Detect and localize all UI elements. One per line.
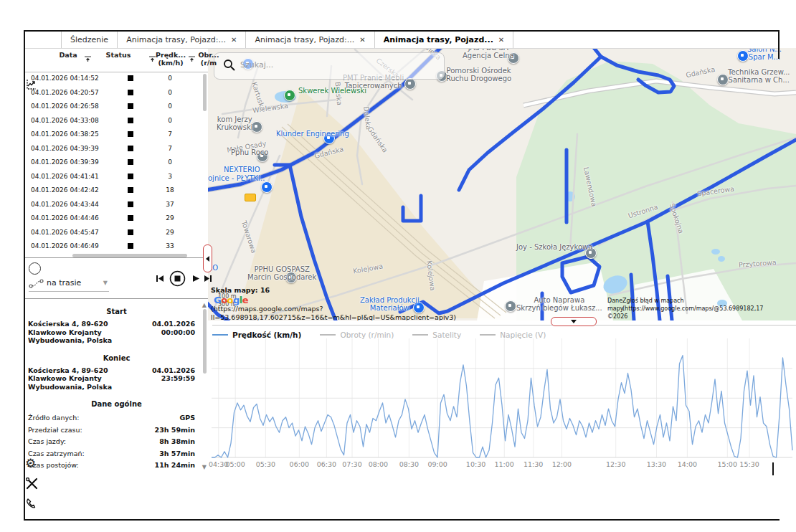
- skip-end-button[interactable]: [203, 274, 212, 283]
- chart-row-icon[interactable]: [25, 79, 37, 90]
- speed-cell: 37: [154, 201, 186, 208]
- settings-gear-icon[interactable]: ⚙: [25, 456, 36, 470]
- table-row[interactable]: 04.01.2026 04:38:257: [25, 128, 208, 142]
- tab-1[interactable]: Animacja trasy, Pojazd:...✕: [118, 32, 246, 48]
- speed-cell: 0: [154, 117, 186, 124]
- speed-cell: 29: [154, 229, 186, 236]
- route-mode-label: na trasie: [47, 278, 81, 288]
- stop-button[interactable]: [169, 270, 186, 287]
- timestamp-cell: 04.01.2026 04:14:52: [31, 75, 99, 82]
- map-url-line1: (https://maps.google.com/maps?: [211, 305, 323, 313]
- skip-start-button[interactable]: [156, 274, 165, 283]
- table-row[interactable]: 04.01.2026 04:20:570: [25, 86, 208, 100]
- table-body: 04.01.2026 04:14:52004.01.2026 04:20:570…: [25, 72, 208, 253]
- details-scroll-up-icon[interactable]: ▲: [202, 302, 207, 308]
- poi-label: ojnice - PŁYTKI..: [208, 174, 265, 182]
- poi-label: Technika Grzew... Sanitarna w Ch...: [728, 68, 790, 84]
- map-pin-green[interactable]: [284, 90, 295, 101]
- timestamp-cell: 04.01.2026 04:39:39: [31, 158, 99, 166]
- poi-label: NEXTERIO: [224, 166, 260, 174]
- details-scroll-down-icon[interactable]: ▼: [202, 464, 207, 470]
- close-icon[interactable]: ✕: [359, 36, 365, 44]
- stat-value: GPS: [179, 414, 195, 422]
- timestamp-cell: 04.01.2026 04:38:25: [31, 130, 99, 138]
- speed-cell: 7: [154, 145, 186, 152]
- close-icon[interactable]: ✕: [498, 36, 504, 44]
- speed-chart[interactable]: [208, 338, 796, 460]
- tab-0[interactable]: Śledzenie: [61, 32, 118, 48]
- legend-swatch: [412, 334, 428, 336]
- status-icon: [128, 75, 133, 81]
- phone-icon[interactable]: [26, 498, 37, 509]
- map-report-link[interactable]: Zgłoś błąd w mapach (https://www.google.…: [622, 297, 795, 313]
- address-datetime: 04.01.2026 23:59:59: [152, 366, 195, 383]
- attribution-line: mapy: [607, 305, 627, 313]
- window-border-right: [778, 30, 780, 59]
- table-row[interactable]: 04.01.2026 04:45:4729: [25, 226, 208, 240]
- x-tick-label: 05:30: [253, 460, 278, 468]
- route-icon: [29, 279, 44, 289]
- route-details-panel: StartKościerska 4, 89-620 Klawkowo Kroja…: [25, 298, 208, 475]
- map-pin-gray[interactable]: [404, 78, 416, 90]
- x-tick-label: 05:00: [223, 460, 247, 468]
- poi-label: Pphu Roco: [231, 148, 268, 156]
- column-header-3: Obr...(r/m: [194, 51, 223, 67]
- x-tick-label: 07:30: [340, 460, 364, 468]
- route-mode-select[interactable]: na trasie ▼: [29, 277, 109, 292]
- stat-row: Dystans:150km: [28, 472, 204, 475]
- table-vertical-scrollbar[interactable]: [203, 74, 207, 111]
- tools-icon[interactable]: [26, 478, 38, 490]
- stat-value: 23h 59min: [155, 426, 195, 434]
- window-border-top: [24, 30, 780, 32]
- play-button[interactable]: [191, 274, 201, 283]
- table-row[interactable]: 04.01.2026 04:43:4437: [25, 198, 208, 212]
- map-pin-blue[interactable]: [261, 181, 273, 193]
- table-row[interactable]: 04.01.2026 04:14:520: [25, 72, 208, 86]
- status-icon: [128, 229, 133, 235]
- poi-label: Auto Naprawa Skrzyń biegów Łukasz...: [516, 296, 602, 312]
- table-row[interactable]: 04.01.2026 04:26:580: [25, 100, 208, 114]
- table-row[interactable]: 04.01.2026 04:46:4933: [25, 239, 208, 253]
- x-tick-label: 06:30: [314, 460, 338, 468]
- table-row[interactable]: 04.01.2026 04:33:080: [25, 114, 208, 128]
- map-pin-gray[interactable]: [505, 300, 516, 312]
- table-row[interactable]: 04.01.2026 04:39:397: [25, 142, 208, 156]
- poi-label: Pomorski Ośrodek Ruchu Drogowego: [446, 67, 511, 82]
- timestamp-cell: 04.01.2026 04:20:57: [31, 89, 99, 96]
- x-tick-label: 08:30: [397, 460, 421, 468]
- table-horizontal-scrollbar[interactable]: [72, 254, 187, 257]
- address-text: Kościerska 4, 89-620 Klawkowo Krojanty W…: [28, 366, 146, 391]
- panel-collapse-handle-left[interactable]: [203, 244, 212, 272]
- google-logo[interactable]: Google: [214, 295, 248, 305]
- timestamp-cell: 04.01.2026 04:42:42: [31, 186, 99, 194]
- close-icon[interactable]: ✕: [231, 36, 237, 44]
- table-row[interactable]: 04.01.2026 04:41:413: [25, 170, 208, 184]
- search-placeholder: Szukaj...: [240, 60, 273, 70]
- table-row[interactable]: 04.01.2026 04:39:390: [25, 156, 208, 170]
- status-icon: [128, 187, 133, 193]
- speed-cell: 33: [154, 242, 186, 250]
- map-viewport[interactable]: Szukaj... Skala mapy: 16 100 m 300 ft Go…: [208, 48, 796, 320]
- details-vertical-scrollbar[interactable]: [203, 309, 207, 374]
- stat-value: 8h 38min: [159, 437, 195, 445]
- tab-3[interactable]: Animacja trasy, Pojazd...✕: [375, 32, 514, 48]
- legend-swatch: [320, 334, 336, 336]
- panel-collapse-handle-bottom[interactable]: [551, 317, 597, 326]
- poi-label: kom Jerzy Krukowski: [217, 115, 253, 131]
- stat-value: 3h 57min: [159, 450, 195, 457]
- stat-label: Czas jazdy:: [28, 437, 66, 445]
- status-icon: [128, 103, 133, 109]
- tab-2[interactable]: Animacja trasy, Pojazd:...✕: [246, 32, 374, 48]
- tab-label: Animacja trasy, Pojazd:...: [255, 35, 354, 44]
- speed-cell: 29: [154, 214, 186, 222]
- speed-cell: 7: [154, 130, 186, 138]
- map-pin-gray[interactable]: [717, 74, 729, 85]
- legend-swatch: [480, 334, 496, 336]
- filter-sort-icon[interactable]: [84, 55, 92, 63]
- table-row[interactable]: 04.01.2026 04:44:4629: [25, 212, 208, 226]
- x-tick-label: 08:00: [366, 460, 390, 468]
- section-header: Start: [25, 308, 208, 315]
- map-search-box[interactable]: Szukaj...: [214, 52, 445, 80]
- table-row[interactable]: 04.01.2026 04:42:4218: [25, 184, 208, 198]
- status-icon: [128, 131, 133, 137]
